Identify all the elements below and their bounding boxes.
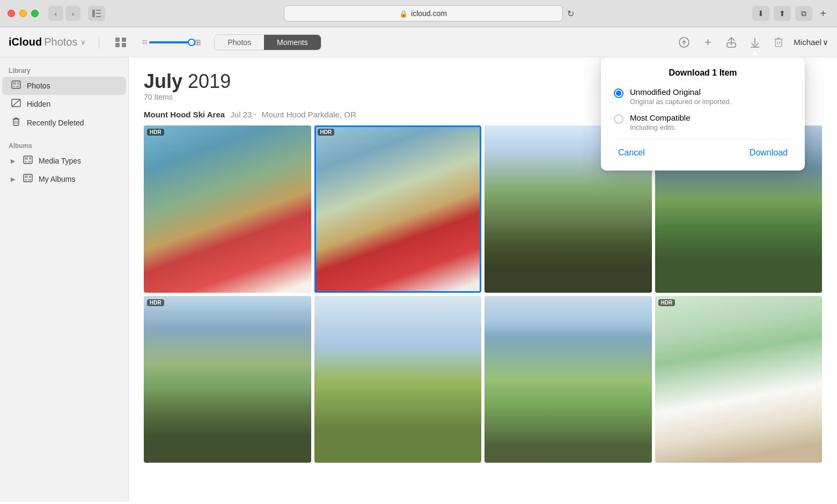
moment-dot: ·	[254, 110, 259, 119]
tab-photos[interactable]: Photos	[215, 35, 264, 50]
photo-cell-8[interactable]: HDR	[655, 296, 823, 463]
radio-circle-compatible[interactable]	[614, 114, 623, 124]
tab-moments[interactable]: Moments	[264, 35, 321, 50]
toolbar-divider-1	[99, 36, 99, 49]
upload-button[interactable]	[676, 34, 693, 51]
content-area: July 2019 70 Items Mount Hood Ski Area J…	[129, 57, 837, 502]
sidebar: Library Photos	[0, 57, 129, 502]
svg-rect-24	[24, 156, 32, 164]
forward-button[interactable]: ›	[65, 6, 80, 21]
size-slider[interactable]: ⊡ ⊞	[142, 38, 201, 47]
cancel-button[interactable]: Cancel	[614, 146, 649, 160]
svg-rect-7	[122, 43, 126, 47]
radio-text-compatible: Most Compatible Including edits.	[630, 113, 691, 131]
svg-rect-33	[28, 179, 31, 181]
albums-section-header: Albums	[0, 139, 128, 152]
trash-button[interactable]	[770, 34, 787, 51]
add-button[interactable]: +	[699, 34, 716, 51]
hdr-badge-2: HDR	[318, 129, 335, 136]
sidebar-toggle-button[interactable]	[88, 6, 105, 21]
sidebar-media-types-label: Media Types	[39, 157, 81, 165]
browser-share-button[interactable]: ⬆	[774, 6, 791, 21]
download-popover: Download 1 Item Unmodified Original Orig…	[601, 57, 805, 171]
photos-icon	[11, 80, 21, 91]
svg-rect-28	[28, 161, 31, 162]
svg-rect-18	[16, 86, 19, 87]
maximize-button[interactable]	[31, 10, 39, 17]
moment-date: Jul 23	[230, 110, 252, 119]
browser-actions: ⬇ ⬆ ⧉ +	[752, 6, 829, 21]
sidebar-item-photos[interactable]: Photos	[2, 77, 126, 95]
photo-cell-1[interactable]: HDR	[144, 125, 311, 293]
hidden-icon	[11, 99, 21, 109]
photo-grid: HDR HDR HDR	[144, 125, 822, 463]
svg-rect-16	[17, 82, 19, 85]
user-chevron: ∨	[823, 38, 828, 47]
radio-text-unmodified: Unmodified Original Original as captured…	[630, 87, 731, 106]
svg-rect-25	[25, 157, 28, 160]
size-small-icon: ⊡	[142, 39, 147, 46]
trash-icon	[11, 117, 21, 129]
sidebar-recently-deleted-label: Recently Deleted	[27, 118, 84, 127]
svg-rect-32	[25, 179, 27, 181]
photo-cell-2[interactable]: HDR	[314, 125, 482, 293]
svg-rect-17	[13, 86, 15, 87]
photo-cell-7[interactable]	[484, 296, 652, 463]
lock-icon: 🔒	[399, 10, 408, 18]
new-tab-button[interactable]: +	[817, 7, 829, 20]
svg-rect-31	[29, 175, 31, 178]
svg-rect-2	[96, 13, 101, 14]
svg-rect-27	[25, 161, 27, 162]
radio-circle-unmodified[interactable]	[614, 88, 623, 98]
traffic-lights	[8, 10, 39, 17]
address-text: icloud.com	[411, 9, 447, 18]
main-content: Library Photos	[0, 57, 837, 502]
view-toggle-button[interactable]	[112, 34, 129, 51]
sidebar-item-my-albums[interactable]: ▶ My Albums	[2, 170, 126, 188]
expand-icon-media-types: ▶	[11, 158, 15, 165]
svg-rect-5	[122, 38, 126, 42]
back-button[interactable]: ‹	[48, 6, 63, 21]
download-button[interactable]	[746, 34, 763, 51]
svg-rect-15	[13, 82, 16, 85]
radio-option-unmodified[interactable]: Unmodified Original Original as captured…	[614, 87, 792, 106]
month-name: July	[144, 70, 182, 92]
moment-location: Mount Hood Parkdale, OR	[262, 110, 356, 119]
hdr-badge-8: HDR	[658, 299, 676, 306]
svg-rect-14	[12, 81, 20, 88]
sidebar-hidden-label: Hidden	[27, 100, 50, 108]
radio-option-compatible[interactable]: Most Compatible Including edits.	[614, 113, 792, 131]
svg-rect-11	[775, 39, 782, 47]
svg-rect-4	[115, 38, 120, 42]
sidebar-item-hidden[interactable]: Hidden	[2, 95, 126, 113]
photo-cell-6[interactable]	[314, 296, 482, 463]
sidebar-item-recently-deleted[interactable]: Recently Deleted	[2, 113, 126, 132]
browser-chrome: ‹ › 🔒 icloud.com ↻ ⬇ ⬆ ⧉ +	[0, 0, 837, 27]
browser-tabs-button[interactable]: ⧉	[795, 6, 812, 21]
app-title-chevron[interactable]: ∨	[80, 38, 86, 46]
browser-download-button[interactable]: ⬇	[752, 6, 769, 21]
svg-rect-26	[29, 157, 31, 160]
sidebar-photos-label: Photos	[27, 81, 50, 90]
svg-rect-21	[13, 119, 19, 125]
sidebar-item-media-types[interactable]: ▶ Media Types	[2, 152, 126, 170]
user-menu[interactable]: Michael ∨	[794, 38, 828, 47]
app-title-icloud: iCloud	[9, 36, 42, 48]
app-toolbar: iCloud Photos ∨ ⊡ ⊞ Photos Moments	[0, 27, 837, 57]
close-button[interactable]	[8, 10, 15, 17]
svg-rect-30	[25, 175, 28, 178]
download-confirm-button[interactable]: Download	[745, 146, 792, 160]
share-button[interactable]	[723, 34, 740, 51]
minimize-button[interactable]	[19, 10, 27, 17]
address-bar[interactable]: 🔒 icloud.com	[284, 5, 563, 21]
hdr-badge-5: HDR	[147, 299, 164, 306]
user-name: Michael	[794, 38, 821, 47]
media-types-icon	[23, 155, 33, 166]
nav-buttons: ‹ ›	[48, 6, 80, 21]
refresh-button[interactable]: ↻	[567, 9, 574, 19]
app-title: iCloud Photos ∨	[9, 36, 86, 48]
popover-buttons: Cancel Download	[614, 139, 792, 160]
photo-cell-5[interactable]: HDR	[144, 296, 311, 463]
year-value: 2019	[188, 70, 231, 92]
tab-group: Photos Moments	[214, 34, 321, 50]
